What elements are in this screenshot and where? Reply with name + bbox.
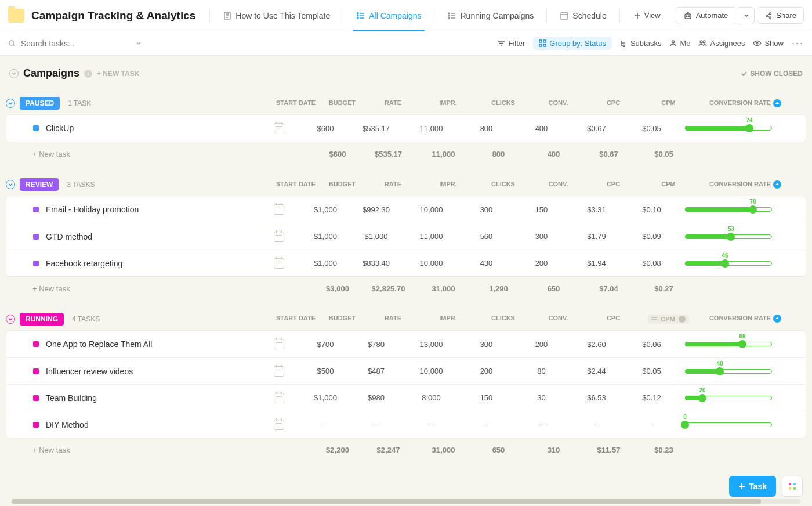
start-date-cell[interactable]	[256, 393, 302, 403]
task-row[interactable]: ClickUp $600 $535.17 11,000 800 400 $0.6…	[6, 115, 806, 142]
chevron-down-icon[interactable]	[136, 41, 142, 46]
assignees-button[interactable]: Assignees	[698, 39, 745, 48]
conversion-progress[interactable]: 53	[685, 233, 772, 241]
col-header-cpm[interactable]: CPM	[641, 98, 696, 109]
conversion-progress[interactable]: 46	[685, 259, 772, 268]
clicks-cell: 200	[459, 367, 514, 375]
start-date-cell[interactable]	[256, 258, 302, 269]
conversion-progress[interactable]: 78	[685, 205, 772, 214]
calendar-icon	[560, 11, 569, 20]
new-task-button[interactable]: Task	[729, 476, 776, 496]
drag-handle-icon[interactable]	[651, 316, 657, 322]
col-header-clicks[interactable]: CLICKS	[476, 179, 531, 190]
filter-button[interactable]: Filter	[498, 39, 525, 48]
groupby-button[interactable]: Group by: Status	[533, 37, 612, 50]
task-row[interactable]: One App to Replace Them All $700 $780 13…	[6, 331, 806, 357]
collapse-toggle[interactable]	[9, 69, 19, 78]
col-header-budget[interactable]: BUDGET	[319, 98, 365, 109]
conversion-progress[interactable]: 20	[685, 394, 772, 402]
info-icon[interactable]: i	[84, 70, 92, 78]
col-header-budget[interactable]: BUDGET	[319, 313, 365, 325]
cpm-cell: $0.09	[624, 232, 679, 241]
col-header-cpc[interactable]: CPC	[586, 313, 641, 325]
status-pill[interactable]: RUNNING	[20, 313, 64, 326]
start-date-cell[interactable]	[256, 204, 302, 215]
pinlist-icon	[356, 11, 365, 20]
tab-label: How to Use This Template	[235, 11, 330, 20]
conversion-progress[interactable]: 74	[685, 124, 772, 132]
show-closed-toggle[interactable]: SHOW CLOSED	[741, 70, 803, 78]
svg-point-3	[357, 17, 358, 19]
start-date-cell[interactable]	[256, 123, 302, 133]
show-closed-label: SHOW CLOSED	[750, 70, 803, 78]
cpm-cell: –	[624, 420, 679, 429]
col-header-startdate[interactable]: START DATE	[273, 313, 319, 325]
automate-dropdown[interactable]	[739, 7, 755, 24]
col-header-cpc[interactable]: CPC	[586, 179, 641, 190]
search-box[interactable]	[8, 39, 142, 48]
tab-all-campaigns[interactable]: All Campaigns	[350, 1, 427, 31]
new-task-link[interactable]: + NEW TASK	[97, 70, 139, 78]
start-date-cell[interactable]	[256, 366, 302, 377]
group-collapse-toggle[interactable]	[6, 99, 15, 108]
col-header-conv[interactable]: CONV.	[531, 313, 586, 325]
tab-schedule[interactable]: Schedule	[554, 1, 612, 31]
col-header-conversionrate[interactable]: CONVERSION RATE	[696, 313, 795, 325]
col-header-clicks[interactable]: CLICKS	[476, 98, 531, 109]
me-button[interactable]: Me	[669, 39, 690, 48]
status-pill[interactable]: REVIEW	[20, 178, 59, 191]
status-pill[interactable]: PAUSED	[20, 97, 60, 110]
task-row[interactable]: GTD method $1,000 $1,000 11,000 560 300 …	[6, 223, 806, 250]
task-row[interactable]: Team Building $1,000 $980 8,000 150 30 $…	[6, 384, 806, 411]
start-date-cell[interactable]	[256, 339, 302, 349]
task-row[interactable]: Email - Holiday promotion $1,000 $992.30…	[6, 196, 806, 223]
automate-button[interactable]: Automate	[676, 7, 736, 24]
sort-indicator[interactable]	[773, 315, 781, 323]
tab-how-to-use[interactable]: How to Use This Template	[217, 1, 336, 31]
col-header-rate[interactable]: RATE	[365, 98, 420, 109]
svg-point-14	[9, 41, 14, 45]
col-header-clicks[interactable]: CLICKS	[476, 313, 531, 325]
col-header-conversionrate[interactable]: CONVERSION RATE	[696, 179, 795, 190]
col-header-budget[interactable]: BUDGET	[319, 179, 365, 190]
col-header-conversionrate[interactable]: CONVERSION RATE	[696, 98, 795, 109]
sort-indicator[interactable]	[773, 180, 781, 189]
col-header-cpm[interactable]: CPM	[641, 179, 696, 190]
col-header-rate[interactable]: RATE	[365, 179, 420, 190]
conversion-progress[interactable]: 40	[685, 367, 772, 375]
col-header-startdate[interactable]: START DATE	[273, 98, 319, 109]
group-collapse-toggle[interactable]	[6, 315, 15, 324]
add-view-button[interactable]: View	[627, 8, 668, 23]
task-row[interactable]: Influencer review videos $500 $487 10,00…	[6, 357, 806, 384]
task-row[interactable]: DIY Method – – – – – – – 0	[6, 411, 806, 438]
share-button[interactable]: Share	[757, 7, 804, 24]
tab-running-campaigns[interactable]: Running Campaigns	[441, 1, 539, 31]
sort-indicator[interactable]	[773, 99, 781, 107]
start-date-cell[interactable]	[256, 232, 302, 242]
new-task-inline[interactable]: + New task	[6, 150, 268, 158]
task-name: GTD method	[46, 232, 92, 241]
robot-icon	[683, 11, 693, 20]
search-input[interactable]	[21, 39, 131, 48]
col-header-conv[interactable]: CONV.	[531, 98, 586, 109]
col-header-cpc[interactable]: CPC	[586, 98, 641, 109]
col-header-impr[interactable]: IMPR.	[420, 179, 476, 190]
new-task-inline[interactable]: + New task	[6, 446, 268, 454]
col-header-cpm[interactable]: CPM	[641, 313, 696, 325]
more-menu[interactable]: ···	[792, 37, 804, 49]
col-header-startdate[interactable]: START DATE	[273, 179, 319, 190]
col-header-impr[interactable]: IMPR.	[420, 313, 476, 325]
group-collapse-toggle[interactable]	[6, 180, 15, 189]
col-header-rate[interactable]: RATE	[365, 313, 420, 325]
conversion-progress[interactable]: 0	[685, 421, 772, 429]
apps-button[interactable]	[782, 476, 803, 496]
start-date-cell[interactable]	[256, 420, 302, 430]
col-header-conv[interactable]: CONV.	[531, 179, 586, 190]
conversion-progress[interactable]: 66	[685, 340, 772, 348]
new-task-inline[interactable]: + New task	[6, 284, 268, 293]
subtasks-button[interactable]: Subtasks	[620, 39, 661, 48]
svg-rect-18	[543, 44, 546, 46]
show-button[interactable]: Show	[753, 39, 784, 48]
task-row[interactable]: Facebook retargeting $1,000 $833.40 10,0…	[6, 250, 806, 276]
col-header-impr[interactable]: IMPR.	[420, 98, 476, 109]
